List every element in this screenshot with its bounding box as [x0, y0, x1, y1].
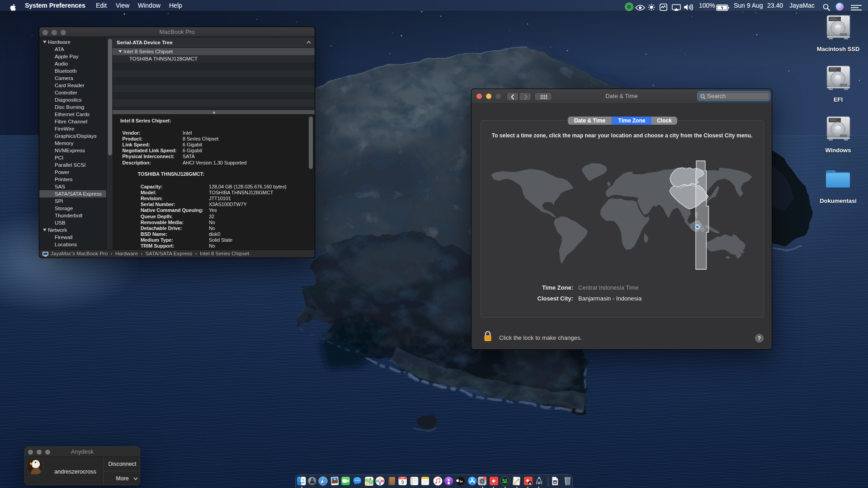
- svg-text:9: 9: [401, 480, 404, 485]
- svg-text:tv: tv: [460, 479, 463, 483]
- svg-text:2: 2: [485, 477, 486, 479]
- svg-text:AUG: AUG: [401, 477, 404, 479]
